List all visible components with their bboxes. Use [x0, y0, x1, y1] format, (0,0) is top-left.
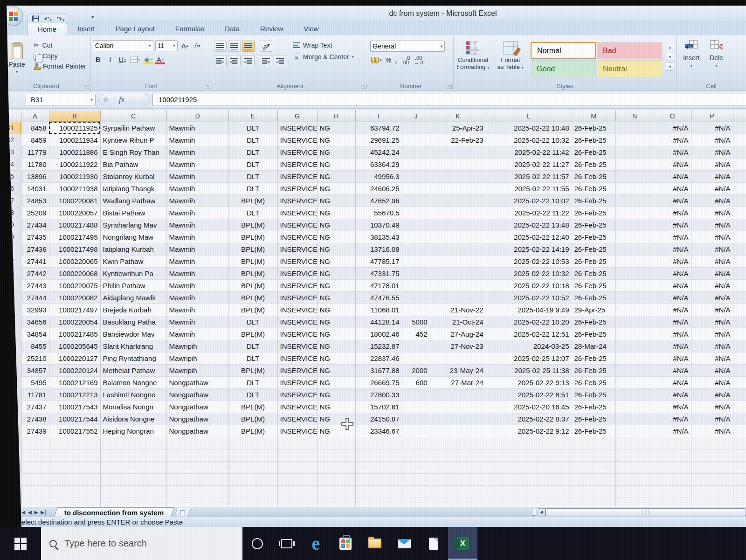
bold-button[interactable]: B	[93, 54, 104, 65]
cell-E60[interactable]	[228, 473, 277, 485]
cell-G41[interactable]: INSERVICE	[277, 243, 317, 255]
cell-P52[interactable]: #N/A	[691, 376, 733, 388]
cell-G33[interactable]: INSERVICE	[277, 146, 317, 158]
cell-C49[interactable]: Slarit Kharkrang	[100, 340, 166, 352]
cell-O43[interactable]: #N/A	[654, 267, 691, 279]
cell-C61[interactable]	[100, 485, 166, 498]
format-as-table-button[interactable]: Format as Table ▾	[493, 40, 528, 77]
cell-I45[interactable]: 47476.55	[355, 291, 402, 304]
cell-J40[interactable]	[402, 231, 430, 243]
cell-O35[interactable]: #N/A	[654, 170, 691, 182]
cell-P43[interactable]: #N/A	[691, 267, 733, 279]
alignment-dialog-launcher[interactable]: ↘	[361, 84, 366, 89]
cell-O36[interactable]: #N/A	[654, 182, 691, 194]
gallery-up-icon[interactable]: ▴	[666, 43, 674, 51]
cell-B32[interactable]: 1000211934	[49, 134, 100, 146]
cell-G45[interactable]: INSERVICE	[277, 291, 317, 304]
cell-M46[interactable]: 29-Apr-25	[572, 304, 615, 316]
cell-L49[interactable]: 2024-03-25	[486, 340, 572, 352]
cell-N35[interactable]	[615, 170, 654, 182]
cell-O49[interactable]: #N/A	[654, 340, 691, 352]
cell-G35[interactable]: INSERVICE	[277, 170, 317, 182]
cell-J55[interactable]	[402, 413, 430, 425]
cell-B34[interactable]: 1000211922	[49, 158, 100, 170]
cell-J48[interactable]: 452	[402, 328, 430, 340]
cell-D59[interactable]	[166, 461, 228, 473]
cell-P42[interactable]: #N/A	[691, 255, 733, 267]
cell-N48[interactable]	[615, 328, 654, 340]
cell-O54[interactable]: #N/A	[654, 401, 691, 413]
edge-button[interactable]: e	[301, 527, 331, 560]
cell-B52[interactable]: 1000212169	[49, 376, 100, 388]
cell-P62[interactable]	[691, 498, 733, 507]
cell-G39[interactable]: INSERVICE	[277, 219, 317, 231]
cell-E41[interactable]: BPL(M)	[228, 243, 277, 255]
cell-P33[interactable]: #N/A	[691, 146, 733, 158]
style-good[interactable]: Good	[531, 60, 596, 77]
cell-L57[interactable]	[486, 437, 572, 449]
cell-D50[interactable]: Mawripih	[166, 352, 228, 364]
cell-L47[interactable]: 2025-02-22 10:20	[486, 316, 572, 328]
cell-A52[interactable]: 5495	[21, 376, 49, 388]
cell-M38[interactable]: 26-Feb-25	[572, 207, 615, 219]
cell-K50[interactable]	[430, 352, 486, 364]
cell-G38[interactable]: INSERVICE	[277, 207, 317, 219]
cell-A62[interactable]	[21, 498, 49, 507]
tab-page-layout[interactable]: Page Layout	[105, 23, 165, 35]
cell-L59[interactable]	[486, 461, 572, 473]
cell-L61[interactable]	[486, 485, 572, 498]
cell-I39[interactable]: 10370.49	[355, 219, 402, 231]
cell-I32[interactable]: 29691.25	[355, 134, 402, 146]
column-header-M[interactable]: M	[572, 111, 615, 122]
last-sheet-icon[interactable]: ▶│	[40, 510, 48, 515]
cell-E57[interactable]	[228, 437, 277, 449]
tab-insert[interactable]: Insert	[67, 23, 105, 35]
cell-L45[interactable]: 2025-02-22 10:52	[486, 291, 572, 304]
column-header-A[interactable]: A	[21, 111, 49, 122]
cell-G46[interactable]: INSERVICE	[277, 304, 317, 316]
cell-N43[interactable]	[615, 267, 654, 279]
cell-J41[interactable]	[402, 243, 430, 255]
insert-cells-button[interactable]: ◀ Insert ▾	[683, 40, 699, 68]
cell-B61[interactable]	[49, 485, 100, 498]
cell-G54[interactable]: INSERVICE	[277, 401, 317, 413]
cell-G55[interactable]: INSERVICE	[277, 413, 317, 425]
cell-E38[interactable]: DLT	[228, 207, 277, 219]
cell-E31[interactable]: DLT	[228, 122, 277, 134]
cell-J32[interactable]	[402, 134, 430, 146]
cell-N34[interactable]	[615, 158, 654, 170]
cell-E49[interactable]: DLT	[228, 340, 277, 352]
cell-G34[interactable]: INSERVICE	[277, 158, 317, 170]
wrap-text-button[interactable]: Wrap Text	[293, 41, 354, 49]
cell-J43[interactable]	[402, 267, 430, 279]
cell-O59[interactable]	[654, 461, 691, 473]
cell-J54[interactable]	[402, 401, 430, 413]
cell-K51[interactable]: 23-May-24	[430, 364, 486, 376]
middle-align-button[interactable]	[228, 41, 241, 52]
clipboard-dialog-launcher[interactable]: ↘	[84, 84, 89, 89]
cell-H47[interactable]: NG	[317, 316, 355, 328]
borders-button[interactable]: ▾	[129, 54, 141, 65]
cell-P40[interactable]: #N/A	[691, 231, 733, 243]
cell-B33[interactable]: 1000211886	[49, 146, 100, 158]
cell-L50[interactable]: 2025-02-25 12:07	[486, 352, 572, 364]
cell-E47[interactable]: DLT	[228, 316, 277, 328]
underline-button[interactable]: U▾	[117, 54, 128, 65]
cell-B45[interactable]: 1000220082	[49, 291, 100, 304]
font-size-select[interactable]: 11▾	[155, 40, 178, 51]
prev-sheet-icon[interactable]: ◀	[27, 510, 33, 515]
cell-M45[interactable]: 26-Feb-25	[572, 291, 615, 304]
cell-I31[interactable]: 63794.72	[355, 122, 402, 134]
cell-M59[interactable]	[572, 461, 615, 473]
cell-I55[interactable]: 24150.87	[355, 413, 402, 425]
cell-D39[interactable]: Mawmih	[166, 219, 228, 231]
cell-J62[interactable]	[402, 498, 430, 507]
cell-C55[interactable]: Aisidora Nongne	[100, 413, 166, 425]
cell-B38[interactable]: 1000220057	[49, 207, 100, 219]
cell-P61[interactable]	[691, 485, 733, 498]
cell-A45[interactable]: 27444	[21, 291, 49, 304]
cell-H50[interactable]: NG	[317, 352, 355, 364]
style-bad[interactable]: Bad	[597, 42, 662, 59]
cell-K46[interactable]: 21-Nov-22	[430, 304, 486, 316]
cell-M62[interactable]	[572, 498, 615, 507]
